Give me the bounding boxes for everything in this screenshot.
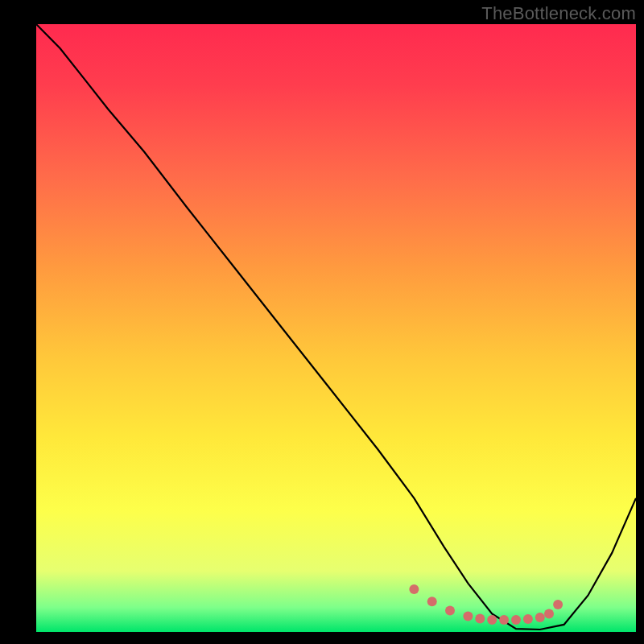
chart-svg — [36, 24, 636, 632]
marker-dot — [427, 597, 437, 606]
marker-dot — [511, 615, 521, 625]
marker-dot — [445, 606, 455, 616]
marker-dot — [544, 609, 554, 618]
marker-dot — [463, 611, 473, 621]
plot-area — [36, 24, 636, 632]
curve-path — [36, 24, 636, 630]
marker-dot — [475, 613, 485, 623]
marker-dot — [487, 615, 497, 625]
marker-dot — [535, 613, 545, 622]
marker-dot — [499, 615, 509, 625]
marker-dot — [553, 600, 563, 609]
marker-group — [409, 584, 563, 625]
marker-dot — [409, 584, 419, 594]
chart-frame: TheBottleneck.com — [0, 0, 644, 644]
marker-dot — [523, 614, 533, 624]
watermark-text: TheBottleneck.com — [481, 3, 636, 24]
